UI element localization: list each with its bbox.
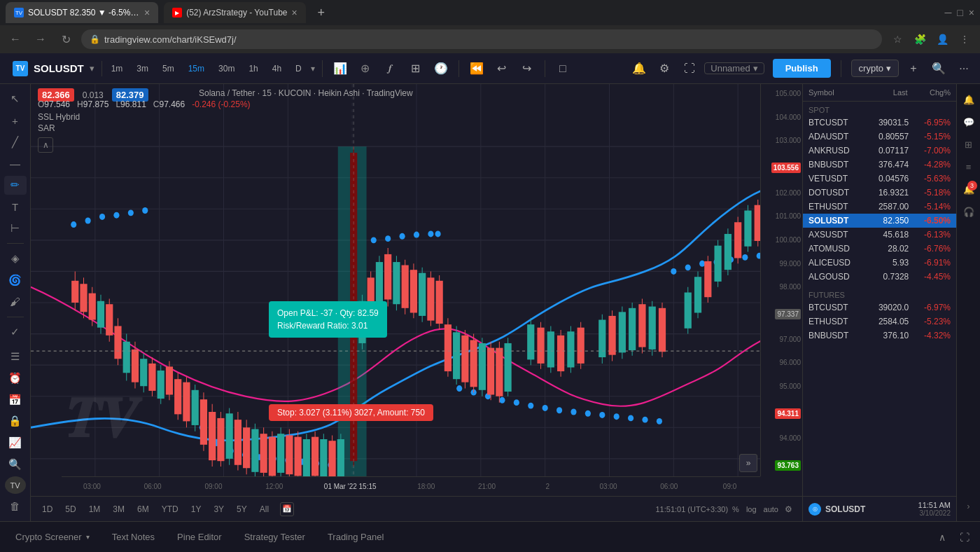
tab1-close[interactable]: × — [144, 7, 150, 18]
timeframe-more-icon[interactable]: ▾ — [311, 64, 315, 74]
chart-area[interactable]: 82.366 0.013 82.379 Solana / Tether · 15… — [31, 84, 802, 521]
screenshot-icon[interactable]: □ — [552, 58, 573, 79]
range-1y[interactable]: 1Y — [186, 503, 207, 516]
lock-icon[interactable]: 🔒 — [4, 412, 27, 431]
grid-icon[interactable]: ⊞ — [959, 134, 979, 154]
alert-icon[interactable]: 🔔 — [629, 58, 650, 79]
crypto-screener-dropdown[interactable]: ▾ — [86, 533, 90, 541]
row-dotusdt[interactable]: DOTUSDT 16.9321 -5.18% — [803, 186, 956, 200]
date-range-picker-icon[interactable]: 📅 — [280, 502, 294, 516]
watchlist-icon[interactable]: ☰ — [4, 347, 27, 366]
notifications-icon[interactable]: 🔔 — [959, 90, 979, 109]
draw-line-icon[interactable]: ╱ — [4, 132, 27, 151]
forward-button[interactable]: → — [31, 29, 50, 49]
row-ankrusd[interactable]: ANKRUSD 0.07117 -7.00% — [803, 144, 956, 158]
range-5y[interactable]: 5Y — [231, 503, 253, 516]
symbol-dropdown-icon[interactable]: ▾ — [90, 63, 94, 74]
back-button[interactable]: ← — [6, 29, 25, 49]
strategy-icon[interactable]: 📈 — [4, 434, 27, 453]
timeframe-4h[interactable]: 4h — [267, 62, 286, 76]
row-atomusd[interactable]: ATOMUSD 28.02 -6.76% — [803, 242, 956, 256]
crosshair-icon[interactable]: + — [4, 111, 27, 130]
new-tab-button[interactable]: + — [312, 3, 331, 22]
log-toggle[interactable]: log — [746, 505, 757, 513]
chevron-right-icon[interactable]: › — [959, 496, 979, 516]
collapse-panel-btn[interactable]: ∧ — [932, 527, 952, 547]
row-btcusdt[interactable]: BTCUSDT 39031.5 -6.95% — [803, 116, 956, 130]
timeframe-30m[interactable]: 30m — [214, 62, 239, 76]
auto-toggle[interactable]: auto — [764, 505, 778, 513]
list-icon[interactable]: ≡ — [959, 157, 979, 177]
text-icon[interactable]: T — [4, 198, 27, 216]
compare-icon[interactable]: ⊕ — [355, 58, 376, 79]
tab-trading-panel[interactable]: Trading Panel — [318, 527, 393, 546]
row-bnbusdt[interactable]: BNBUSDT 376.474 -4.28% — [803, 158, 956, 172]
fibonacci-icon[interactable]: 🌀 — [4, 271, 27, 290]
tab-pine-editor[interactable]: Pine Editor — [167, 527, 232, 546]
redo-icon[interactable]: ↪ — [517, 58, 538, 79]
row-bnbusdt-fut[interactable]: BNBUSDT 376.10 -4.32% — [803, 329, 956, 343]
patterns-icon[interactable]: ◈ — [4, 249, 27, 268]
clock-icon[interactable]: 🕐 — [430, 58, 451, 79]
range-1d[interactable]: 1D — [36, 503, 58, 516]
symbol-name[interactable]: SOLUSDT — [34, 62, 84, 74]
tab-crypto-screener[interactable]: Crypto Screener ▾ — [6, 527, 99, 546]
search-watchlist-icon[interactable]: 🔍 — [928, 58, 949, 79]
range-3y[interactable]: 3Y — [208, 503, 230, 516]
minimize-btn[interactable]: ─ — [944, 7, 951, 18]
fullscreen-icon[interactable]: ⛶ — [679, 58, 700, 79]
settings-small-icon[interactable]: ⚙ — [780, 501, 797, 518]
row-ethusdt-fut[interactable]: ETHUSDT 2584.05 -5.23% — [803, 315, 956, 329]
timeframe-1m[interactable]: 1m — [106, 62, 128, 76]
range-3m[interactable]: 3M — [107, 503, 130, 516]
row-solusdt-spot[interactable]: SOLUSDT 82.350 -6.50% — [803, 214, 956, 228]
maximize-btn[interactable]: □ — [957, 7, 962, 18]
timeframe-d[interactable]: D — [290, 62, 307, 76]
browser-tab-2[interactable]: ▶ (52) ArzStrategy - YouTube × — [164, 2, 306, 23]
check-icon[interactable]: ✓ — [4, 323, 27, 342]
timeframe-5m[interactable]: 5m — [158, 62, 179, 76]
settings-icon[interactable]: ⚙ — [654, 58, 675, 79]
row-aliceusd[interactable]: ALICEUSD 5.93 -6.91% — [803, 256, 956, 270]
draw-horizontal-icon[interactable]: — — [4, 154, 27, 173]
bookmark-star-icon[interactable]: ☆ — [888, 29, 907, 49]
extensions-icon[interactable]: 🧩 — [910, 29, 930, 49]
row-ethusdt[interactable]: ETHUSDT 2587.00 -5.14% — [803, 200, 956, 214]
layout-icon[interactable]: ⊞ — [405, 58, 426, 79]
indicator-icon[interactable]: 𝒇 — [380, 58, 401, 79]
draw-icon[interactable]: ✏ — [4, 176, 27, 195]
refresh-button[interactable]: ↻ — [56, 29, 76, 49]
alert-sidebar-icon[interactable]: ⏰ — [4, 368, 27, 387]
range-all[interactable]: All — [254, 503, 274, 516]
indicator-expand-btn[interactable]: ∧ — [38, 137, 53, 153]
tab-text-notes[interactable]: Text Notes — [102, 527, 164, 546]
chat-icon[interactable]: 💬 — [959, 112, 979, 132]
row-adausdt[interactable]: ADAUSDT 0.80557 -5.15% — [803, 130, 956, 144]
range-1m[interactable]: 1M — [83, 503, 106, 516]
publish-button[interactable]: Publish — [773, 59, 831, 78]
row-vetusdt[interactable]: VETUSDT 0.04576 -5.63% — [803, 172, 956, 186]
percent-toggle[interactable]: % — [732, 505, 739, 513]
range-ytd[interactable]: YTD — [156, 503, 184, 516]
profile-icon[interactable]: 👤 — [932, 29, 952, 49]
range-6m[interactable]: 6M — [132, 503, 155, 516]
chart-expand-btn[interactable]: » — [739, 454, 757, 472]
trash-icon[interactable]: 🗑 — [4, 497, 27, 516]
crypto-dropdown[interactable]: crypto ▾ — [851, 60, 899, 77]
undo-icon[interactable]: ⏪ — [466, 58, 487, 79]
timeframe-1h[interactable]: 1h — [244, 62, 262, 76]
row-axsusdt[interactable]: AXSUSDT 45.618 -6.13% — [803, 228, 956, 242]
chart-type-icon[interactable]: 📊 — [330, 58, 351, 79]
brush-icon[interactable]: 🖌 — [4, 292, 27, 311]
expand-panel-btn[interactable]: ⛶ — [955, 527, 974, 547]
cursor-tool-icon[interactable]: ↖ — [4, 90, 27, 109]
row-btcusdt-fut[interactable]: BTCUSDT 39020.0 -6.97% — [803, 301, 956, 315]
browser-tab-1[interactable]: TV SOLUSDT 82.350 ▼ -6.5% Unna... × — [6, 2, 158, 23]
close-btn[interactable]: × — [969, 7, 974, 18]
more-options-icon[interactable]: ··· — [953, 58, 974, 79]
zoom-icon[interactable]: 🔍 — [4, 455, 27, 474]
measure-icon[interactable]: ⊢ — [4, 219, 27, 237]
menu-icon[interactable]: ⋮ — [955, 29, 974, 49]
range-5d[interactable]: 5D — [59, 503, 81, 516]
tab-strategy-tester[interactable]: Strategy Tester — [234, 527, 315, 546]
